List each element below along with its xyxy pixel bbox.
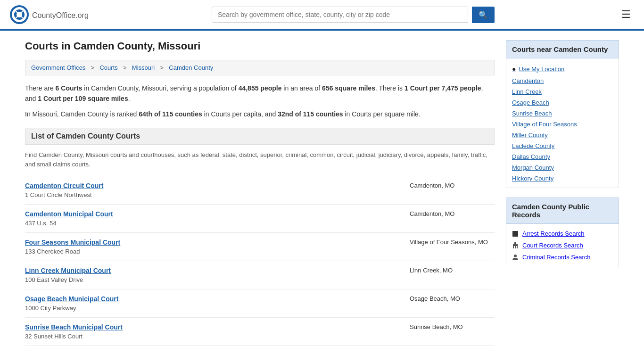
court-location: Village of Four Seasons, MO xyxy=(400,239,495,246)
records-links-container: Arrest Records Search Court Records Sear… xyxy=(512,228,613,263)
court-location: Camdenton, MO xyxy=(400,182,495,189)
intro-paragraph-2: In Missouri, Camden County is ranked 64t… xyxy=(25,109,495,119)
nearby-link[interactable]: Sunrise Beach xyxy=(512,108,613,119)
main-content: Courts in Camden County, Missouri Govern… xyxy=(25,40,495,346)
court-info: Osage Beach Municipal Court 1000 City Pa… xyxy=(25,295,400,312)
header-right: ☰ xyxy=(618,7,635,23)
record-item[interactable]: Criminal Records Search xyxy=(512,251,613,263)
rank-sqmile: 32nd of 115 counties xyxy=(278,110,343,118)
breadcrumb-camden-county[interactable]: Camden County xyxy=(169,64,213,71)
svg-rect-4 xyxy=(512,231,518,237)
court-name[interactable]: Sunrise Beach Municipal Court xyxy=(25,323,400,331)
court-location: Linn Creek, MO xyxy=(400,267,495,274)
search-icon: 🔍 xyxy=(479,11,488,19)
nearby-courts-header: Courts near Camden County xyxy=(506,40,619,58)
court-location: Osage Beach, MO xyxy=(400,295,495,302)
nearby-link[interactable]: Dallas County xyxy=(512,151,613,162)
nearby-link[interactable]: Village of Four Seasons xyxy=(512,119,613,130)
population: 44,855 people xyxy=(239,84,282,92)
record-building-icon xyxy=(512,242,519,249)
court-address: 100 East Valley Drive xyxy=(25,276,83,283)
court-info: Linn Creek Municipal Court 100 East Vall… xyxy=(25,267,400,283)
nearby-courts-body: ● Use My Location CamdentonLinn CreekOsa… xyxy=(506,58,619,188)
court-name[interactable]: Osage Beach Municipal Court xyxy=(25,295,400,303)
court-info: Camdenton Circuit Court 1 Court Circle N… xyxy=(25,182,400,198)
logo-brand: CountyOffice xyxy=(32,11,75,19)
record-square-icon xyxy=(512,230,519,237)
use-location-link[interactable]: ● Use My Location xyxy=(512,62,613,75)
record-link[interactable]: Criminal Records Search xyxy=(522,254,591,261)
court-item: Linn Creek Municipal Court 100 East Vall… xyxy=(25,261,495,289)
court-item: Osage Beach Municipal Court 1000 City Pa… xyxy=(25,289,495,318)
svg-rect-7 xyxy=(514,246,515,248)
nearby-links-container: CamdentonLinn CreekOsage BeachSunrise Be… xyxy=(512,75,613,184)
court-info: Sunrise Beach Municipal Court 32 Sunset … xyxy=(25,323,400,340)
nearby-link[interactable]: Morgan County xyxy=(512,162,613,173)
intro-paragraph-1: There are 6 Courts in Camden County, Mis… xyxy=(25,83,495,104)
record-icon xyxy=(512,242,519,249)
court-name[interactable]: Four Seasons Municipal Court xyxy=(25,239,400,246)
list-section-header: List of Camden County Courts xyxy=(25,128,495,145)
sidebar: Courts near Camden County ● Use My Locat… xyxy=(506,40,619,346)
page-title: Courts in Camden County, Missouri xyxy=(25,40,495,52)
logo-suffix: .org xyxy=(75,11,89,19)
pin-icon: ● xyxy=(512,65,516,73)
breadcrumb-missouri[interactable]: Missouri xyxy=(132,64,155,71)
use-location-label: Use My Location xyxy=(519,66,564,73)
nearby-link[interactable]: Laclede County xyxy=(512,140,613,151)
record-item[interactable]: Arrest Records Search xyxy=(512,228,613,239)
court-item: Camdenton Circuit Court 1 Court Circle N… xyxy=(25,176,495,205)
svg-rect-6 xyxy=(514,242,516,244)
search-area: 🔍 xyxy=(212,7,495,23)
record-link[interactable]: Arrest Records Search xyxy=(522,230,585,237)
hamburger-icon: ☰ xyxy=(621,8,631,20)
nearby-link[interactable]: Miller County xyxy=(512,130,613,140)
breadcrumb-government-offices[interactable]: Government Offices xyxy=(31,64,85,71)
public-records-section: Camden County Public Records Arrest Reco… xyxy=(506,197,619,267)
menu-button[interactable]: ☰ xyxy=(618,7,635,23)
rank-capita: 64th of 115 counties xyxy=(139,110,202,118)
court-info: Camdenton Municipal Court 437 U.s. 54 xyxy=(25,210,400,227)
court-location: Camdenton, MO xyxy=(400,210,495,217)
court-location: Sunrise Beach, MO xyxy=(400,323,495,330)
svg-rect-5 xyxy=(513,244,518,248)
record-link[interactable]: Court Records Search xyxy=(522,242,583,249)
court-address: 437 U.s. 54 xyxy=(25,220,57,227)
court-item: Camdenton Municipal Court 437 U.s. 54 Ca… xyxy=(25,205,495,233)
court-address: 32 Sunset Hills Court xyxy=(25,333,83,340)
record-person-icon xyxy=(512,254,519,261)
nearby-link[interactable]: Linn Creek xyxy=(512,86,613,97)
court-item: Sunrise Beach Municipal Court 32 Sunset … xyxy=(25,318,495,346)
court-address: 133 Cherokee Road xyxy=(25,248,80,255)
logo-text: CountyOffice.org xyxy=(32,9,89,20)
logo-area: CountyOffice.org xyxy=(9,5,89,25)
search-input[interactable] xyxy=(212,7,468,23)
public-records-header: Camden County Public Records xyxy=(506,197,619,224)
courts-count: 6 Courts xyxy=(56,84,83,92)
site-header: CountyOffice.org 🔍 ☰ xyxy=(0,0,644,31)
nearby-courts-section: Courts near Camden County ● Use My Locat… xyxy=(506,40,619,188)
svg-rect-8 xyxy=(516,246,517,248)
main-container: Courts in Camden County, Missouri Govern… xyxy=(16,31,628,355)
nearby-link[interactable]: Hickory County xyxy=(512,173,613,184)
record-icon xyxy=(512,230,519,237)
court-info: Four Seasons Municipal Court 133 Cheroke… xyxy=(25,239,400,255)
breadcrumb: Government Offices > Courts > Missouri >… xyxy=(25,60,495,75)
list-description: Find Camden County, Missouri courts and … xyxy=(25,150,495,169)
per-people: 1 Court per 7,475 people xyxy=(405,84,481,92)
nearby-link[interactable]: Camdenton xyxy=(512,75,613,86)
court-name[interactable]: Camdenton Municipal Court xyxy=(25,210,400,218)
court-address: 1 Court Circle Northwest xyxy=(25,191,92,198)
record-item[interactable]: Court Records Search xyxy=(512,239,613,251)
nearby-link[interactable]: Osage Beach xyxy=(512,97,613,108)
public-records-body: Arrest Records Search Court Records Sear… xyxy=(506,224,619,267)
court-address: 1000 City Parkway xyxy=(25,304,76,312)
courts-list: Camdenton Circuit Court 1 Court Circle N… xyxy=(25,176,495,346)
court-name[interactable]: Linn Creek Municipal Court xyxy=(25,267,400,274)
breadcrumb-courts[interactable]: Courts xyxy=(99,64,117,71)
court-name[interactable]: Camdenton Circuit Court xyxy=(25,182,400,189)
search-button[interactable]: 🔍 xyxy=(472,7,495,23)
court-item: Four Seasons Municipal Court 133 Cheroke… xyxy=(25,233,495,261)
logo-icon xyxy=(9,5,29,25)
svg-point-9 xyxy=(514,255,517,257)
